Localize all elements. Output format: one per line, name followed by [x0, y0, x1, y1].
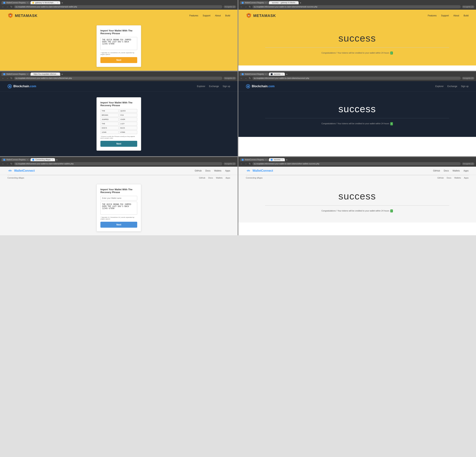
- wc-sub-apps-2[interactable]: Apps: [464, 177, 468, 179]
- new-tab-btn-5[interactable]: +: [55, 158, 58, 161]
- reload-btn-5[interactable]: ↻: [10, 162, 13, 165]
- wc-nav-docs-2[interactable]: Docs: [444, 169, 449, 172]
- word-cell-8[interactable]: LAZY: [119, 122, 137, 126]
- tab-close-4[interactable]: ✕: [265, 73, 267, 75]
- nav-support-2[interactable]: Support: [441, 14, 449, 17]
- tab-close-1[interactable]: ✕: [27, 2, 28, 4]
- tab-walletconnect-registry-3[interactable]: WalletConnect Registry ✕: [1, 73, 30, 76]
- word-cell-6[interactable]: OVER: [119, 118, 137, 121]
- wc-nav-apps-1[interactable]: Apps: [225, 169, 230, 172]
- nav-build-1[interactable]: Build: [225, 14, 230, 17]
- tab-blockchain-3[interactable]: https://su.nsupdate.info/con… ✕: [31, 73, 60, 76]
- wc-nav-github-1[interactable]: GitHub: [195, 169, 202, 172]
- back-btn-3[interactable]: ←: [1, 77, 5, 80]
- nav-features-2[interactable]: Features: [428, 14, 437, 17]
- wc-sub-apps-1[interactable]: Apps: [226, 177, 230, 179]
- forward-btn-3[interactable]: →: [6, 77, 9, 80]
- tab-success-6[interactable]: success ✕: [269, 158, 285, 161]
- tab-close-6[interactable]: ✕: [265, 159, 267, 161]
- nav-about-2[interactable]: About: [453, 14, 459, 17]
- wc-nav-docs-1[interactable]: Docs: [205, 169, 210, 172]
- new-tab-btn-3[interactable]: +: [61, 73, 64, 76]
- wallet-name-input-1[interactable]: [100, 196, 137, 200]
- tab-close-5[interactable]: ✕: [27, 159, 28, 161]
- word-cell-12[interactable]: 67890: [119, 130, 137, 134]
- wc-nav-wallets-1[interactable]: Wallets: [214, 169, 221, 172]
- tab-close-active-5[interactable]: ✕: [52, 159, 53, 161]
- next-btn-blockchain-1[interactable]: Next: [100, 141, 137, 147]
- word-cell-5[interactable]: JUMPED: [100, 118, 119, 121]
- tab-close-active-3[interactable]: ✕: [59, 73, 60, 75]
- reload-btn-1[interactable]: ↻: [10, 5, 13, 9]
- new-tab-btn-2[interactable]: +: [299, 1, 302, 4]
- new-tab-btn-1[interactable]: +: [61, 1, 64, 4]
- wc-nav-github-2[interactable]: GitHub: [433, 169, 440, 172]
- tab-close-2[interactable]: ✕: [265, 2, 267, 4]
- word-cell-3[interactable]: BROWN: [100, 113, 119, 117]
- reload-btn-3[interactable]: ↻: [10, 77, 13, 80]
- tab-close-active-1[interactable]: ✕: [57, 2, 58, 4]
- recovery-phrase-textarea-1[interactable]: THE QUICK BROWN FOX JUMPED OVER THE LAZY…: [100, 37, 137, 50]
- forward-btn-4[interactable]: →: [244, 77, 247, 80]
- word-cell-11[interactable]: 12345: [100, 130, 119, 134]
- tab-walletconnect-registry-6[interactable]: WalletConnect Registry ✕: [240, 158, 269, 161]
- tab-success-2[interactable]: success – gateway to blockc… ✕: [269, 1, 299, 4]
- reload-btn-6[interactable]: ↻: [248, 162, 251, 165]
- new-tab-btn-4[interactable]: +: [285, 73, 288, 76]
- forward-btn-5[interactable]: →: [6, 162, 9, 165]
- blockchain-nav-exchange-1[interactable]: Exchange: [209, 85, 219, 88]
- wc-sub-github-1[interactable]: GitHub: [199, 177, 205, 179]
- tab-close-active-4[interactable]: ✕: [281, 73, 283, 75]
- blockchain-nav-explorer-1[interactable]: Explorer: [197, 85, 205, 88]
- reload-btn-4[interactable]: ↻: [248, 77, 251, 80]
- word-cell-1[interactable]: THE: [100, 109, 119, 113]
- next-btn-wc-1[interactable]: Next: [100, 222, 137, 228]
- url-bar-6[interactable]: [252, 162, 461, 165]
- forward-btn-1[interactable]: →: [6, 5, 9, 9]
- url-bar-4[interactable]: [252, 77, 461, 80]
- back-btn-5[interactable]: ←: [1, 162, 5, 165]
- blockchain-nav-exchange-2[interactable]: Exchange: [447, 85, 457, 88]
- back-btn-4[interactable]: ←: [240, 77, 243, 80]
- word-cell-2[interactable]: QUICK: [119, 109, 137, 113]
- tab-close-3[interactable]: ✕: [27, 73, 28, 75]
- tab-success-4[interactable]: success ✕: [269, 73, 285, 76]
- nav-support-1[interactable]: Support: [203, 14, 211, 17]
- tab-close-active-6[interactable]: ✕: [281, 159, 283, 161]
- tab-walletconnect-registry-5[interactable]: WalletConnect Registry ✕: [1, 158, 30, 161]
- wc-nav-apps-2[interactable]: Apps: [464, 169, 468, 172]
- wc-sub-wallets-1[interactable]: Wallets: [216, 177, 222, 179]
- nav-about-1[interactable]: About: [215, 14, 221, 17]
- word-cell-10[interactable]: BACK: [119, 126, 137, 130]
- wc-sub-github-2[interactable]: GitHub: [437, 177, 444, 179]
- back-btn-6[interactable]: ←: [240, 162, 243, 165]
- url-bar-1[interactable]: [14, 5, 222, 8]
- url-bar-2[interactable]: [252, 5, 461, 8]
- word-cell-9[interactable]: DOG'S: [100, 126, 119, 130]
- wc-sub-docs-2[interactable]: Docs: [447, 177, 451, 179]
- tab-walletconnect-registry-1[interactable]: WalletConnect Registry ✕: [1, 1, 30, 4]
- blockchain-nav-signup-1[interactable]: Sign up: [222, 85, 230, 88]
- url-bar-5[interactable]: [14, 162, 222, 165]
- tab-dapps-5[interactable]: Connecting dApps ✕: [31, 158, 55, 161]
- nav-features-1[interactable]: Features: [189, 14, 198, 17]
- forward-btn-2[interactable]: →: [244, 5, 247, 9]
- new-tab-btn-6[interactable]: +: [285, 158, 288, 161]
- tab-close-active-2[interactable]: ✕: [298, 2, 299, 4]
- forward-btn-6[interactable]: →: [244, 162, 247, 165]
- tab-walletconnect-registry-4[interactable]: WalletConnect Registry ✕: [240, 73, 269, 76]
- wc-sub-wallets-2[interactable]: Wallets: [454, 177, 461, 179]
- next-btn-1[interactable]: Next: [100, 57, 137, 63]
- blockchain-nav-explorer-2[interactable]: Explorer: [435, 85, 444, 88]
- nav-build-2[interactable]: Build: [464, 14, 468, 17]
- back-btn-2[interactable]: ←: [240, 5, 243, 9]
- blockchain-nav-signup-2[interactable]: Sign up: [461, 85, 468, 88]
- tab-walletconnect-registry-2[interactable]: WalletConnect Registry ✕: [240, 1, 269, 4]
- tab-gateway-1[interactable]: gateway to blockchain apps ✕: [31, 1, 60, 4]
- word-cell-4[interactable]: FOX: [119, 113, 137, 117]
- url-bar-3[interactable]: [14, 77, 222, 80]
- wc-nav-wallets-2[interactable]: Wallets: [453, 169, 460, 172]
- wc-sub-docs-1[interactable]: Docs: [208, 177, 213, 179]
- back-btn-1[interactable]: ←: [1, 5, 5, 9]
- reload-btn-2[interactable]: ↻: [248, 5, 251, 9]
